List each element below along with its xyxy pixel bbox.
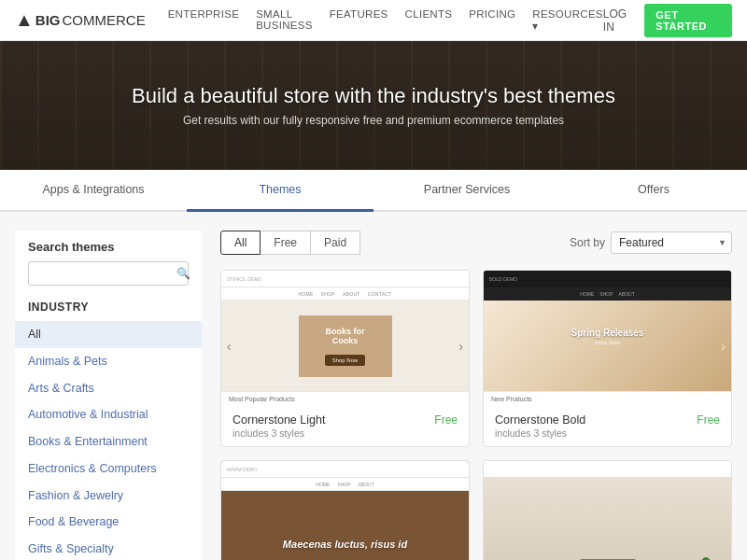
nav-resources[interactable]: RESOURCES ▾: [532, 8, 603, 33]
preview-fortune-main: Fortune BREAK FROM CONVENTION: [484, 478, 731, 560]
theme-card-warm: WARM DEMO HOME SHOP ABOUT Maecenas luctu…: [220, 460, 470, 560]
preview-nav-item: ABOUT: [343, 291, 360, 297]
header: ▲ BIGCOMMERCE ENTERPRISE SMALL BUSINESS …: [0, 0, 747, 41]
theme-preview-warm[interactable]: WARM DEMO HOME SHOP ABOUT Maecenas luctu…: [221, 461, 469, 560]
nav-enterprise[interactable]: ENTERPRISE: [168, 8, 240, 33]
preview-warm-nav-item: HOME: [316, 482, 330, 487]
search-input[interactable]: [36, 267, 176, 280]
preview-nav-item: SHOP: [321, 291, 335, 297]
preview-bold-nav: HOME SHOP ABOUT: [484, 287, 731, 301]
sidebar-item-fashion-jewelry[interactable]: Fashion & Jewelry: [15, 483, 202, 510]
sidebar-item-gifts-specialty[interactable]: Gifts & Specialty: [15, 536, 202, 560]
main-content: Search themes 🔍 Industry All Animals & P…: [0, 212, 747, 560]
nav-right: LOG IN GET STARTED: [603, 4, 732, 37]
preview-browser-bar: STENCIL DEMO: [221, 271, 469, 287]
hero-section: Build a beautiful store with the industr…: [0, 41, 747, 170]
sidebar-item-books-entertainment[interactable]: Books & Entertainment: [15, 428, 202, 455]
get-started-button[interactable]: GET STARTED: [644, 4, 732, 37]
sort-by-label: Sort by: [570, 236, 605, 249]
preview-fortune-room: BREAK FROM CONVENTION: [484, 478, 731, 560]
theme-info-cornerstone-light: Cornerstone Light includes 3 styles Free: [221, 406, 469, 446]
preview-warm-headline: Maecenas luctus, risus id: [283, 539, 407, 550]
filter-bar: All Free Paid Sort by Featured Newest Pr…: [220, 231, 732, 255]
preview-footer-label: Most Popular Products: [221, 391, 469, 406]
preview-warm-browser-bar: WARM DEMO: [221, 461, 469, 478]
hero-title: Build a beautiful store with the industr…: [132, 84, 615, 108]
logo[interactable]: ▲ BIGCOMMERCE: [15, 9, 146, 31]
preview-warm-nav-item: SHOP: [337, 482, 350, 487]
preview-card-title: Books for Cooks: [314, 327, 377, 345]
preview-bold-subtitle: Shop Now: [571, 340, 644, 345]
nav-pricing[interactable]: PRICING: [469, 8, 515, 33]
sidebar-item-electronics-computers[interactable]: Electronics & Computers: [15, 455, 202, 483]
sidebar-item-all[interactable]: All: [15, 321, 202, 348]
preview-bold-footer: New Products: [484, 391, 731, 406]
sidebar-item-animals-pets[interactable]: Animals & Pets: [15, 348, 202, 375]
log-in-button[interactable]: LOG IN: [603, 7, 635, 34]
bold-next-arrow-icon[interactable]: ›: [721, 339, 726, 354]
preview-bold-nav-item: HOME: [580, 291, 594, 297]
theme-card-fortune: Fortune BREAK FROM CONVENTION Fortune Fr…: [483, 460, 732, 560]
sort-select[interactable]: Featured Newest Price: Low to High Price…: [611, 231, 732, 254]
hero-content: Build a beautiful store with the industr…: [132, 84, 615, 127]
logo-big-text: BIG: [35, 12, 61, 28]
preview-bold-browser-bar: BOLD DEMO: [484, 271, 731, 287]
sidebar-item-automotive-industrial[interactable]: Automotive & Industrial: [15, 401, 202, 428]
sort-wrap[interactable]: Featured Newest Price: Low to High Price…: [611, 231, 732, 254]
preview-bold-overlay: Spring Releases Shop Now: [571, 328, 644, 345]
preview-warm-main: Maecenas luctus, risus id: [221, 491, 469, 560]
main-nav: ENTERPRISE SMALL BUSINESS FEATURES CLIEN…: [168, 8, 603, 33]
search-themes-label: Search themes: [15, 240, 202, 261]
search-icon: 🔍: [176, 267, 190, 280]
nav-clients[interactable]: CLIENTS: [405, 8, 453, 33]
theme-grid: STENCIL DEMO HOME SHOP ABOUT CONTACT ‹ B…: [220, 270, 732, 560]
tab-offers[interactable]: Offers: [560, 170, 747, 212]
nav-small-business[interactable]: SMALL BUSINESS: [256, 8, 313, 33]
preview-warm-nav-item: ABOUT: [358, 482, 374, 487]
theme-preview-cornerstone-light[interactable]: STENCIL DEMO HOME SHOP ABOUT CONTACT ‹ B…: [221, 271, 469, 406]
theme-card-cornerstone-bold: BOLD DEMO HOME SHOP ABOUT Spring Release…: [483, 270, 732, 447]
preview-bold-nav-item: SHOP: [599, 291, 613, 297]
preview-bold-main: Spring Releases Shop Now ›: [484, 301, 731, 391]
tab-partner-services[interactable]: Partner Services: [374, 170, 560, 212]
theme-price-cornerstone-light: Free: [434, 413, 458, 427]
preview-bold-image: [484, 301, 731, 391]
preview-card-button[interactable]: Shop Now: [325, 355, 366, 366]
sort-by: Sort by Featured Newest Price: Low to Hi…: [570, 231, 732, 254]
tab-themes[interactable]: Themes: [187, 170, 374, 212]
theme-card-cornerstone-light: STENCIL DEMO HOME SHOP ABOUT CONTACT ‹ B…: [220, 270, 470, 447]
preview-warm-nav: HOME SHOP ABOUT: [221, 478, 469, 491]
filter-free-button[interactable]: Free: [261, 231, 311, 255]
next-arrow-icon[interactable]: ›: [458, 339, 463, 354]
theme-info-cornerstone-bold: Cornerstone Bold includes 3 styles Free: [484, 406, 731, 446]
logo-commerce-text: COMMERCE: [62, 12, 145, 28]
sidebar-item-arts-crafts[interactable]: Arts & Crafts: [15, 375, 202, 402]
tabs-bar: Apps & Integrations Themes Partner Servi…: [0, 170, 747, 212]
themes-content: All Free Paid Sort by Featured Newest Pr…: [220, 231, 732, 560]
theme-preview-fortune[interactable]: Fortune BREAK FROM CONVENTION: [484, 461, 731, 560]
preview-feature-card: Books for Cooks Shop Now: [299, 315, 392, 377]
nav-features[interactable]: FEATURES: [330, 8, 388, 33]
theme-price-cornerstone-bold: Free: [697, 413, 720, 427]
preview-nav-item: HOME: [298, 291, 313, 297]
theme-preview-cornerstone-bold[interactable]: BOLD DEMO HOME SHOP ABOUT Spring Release…: [484, 271, 731, 406]
industry-label: Industry: [15, 301, 202, 321]
prev-arrow-icon[interactable]: ‹: [227, 339, 232, 354]
sidebar: Search themes 🔍 Industry All Animals & P…: [15, 231, 202, 560]
preview-bold-nav-item: ABOUT: [618, 291, 634, 297]
theme-name-cornerstone-light: Cornerstone Light includes 3 styles: [233, 413, 325, 439]
tab-apps-integrations[interactable]: Apps & Integrations: [0, 170, 187, 212]
preview-bold-title: Spring Releases: [571, 328, 644, 338]
search-box[interactable]: 🔍: [28, 261, 189, 286]
preview-main: ‹ Books for Cooks Shop Now ›: [221, 301, 469, 391]
hero-subtitle: Get results with our fully responsive fr…: [132, 114, 615, 127]
preview-fortune-browser-bar: [484, 461, 731, 478]
filter-paid-button[interactable]: Paid: [311, 231, 360, 255]
preview-nav-item: CONTACT: [368, 291, 392, 297]
filter-all-button[interactable]: All: [220, 231, 261, 255]
preview-nav-bar: HOME SHOP ABOUT CONTACT: [221, 287, 469, 301]
sidebar-item-food-beverage[interactable]: Food & Beverage: [15, 509, 202, 536]
theme-name-cornerstone-bold: Cornerstone Bold includes 3 styles: [495, 413, 585, 439]
